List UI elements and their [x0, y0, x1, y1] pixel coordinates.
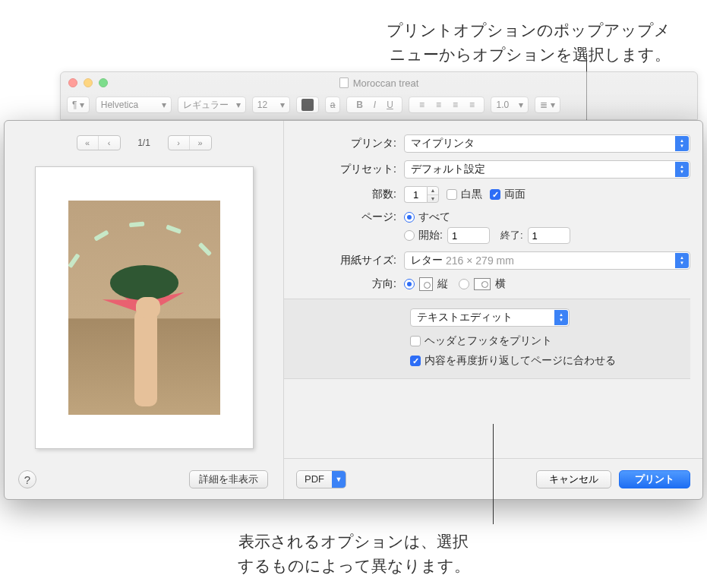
orientation-landscape-radio[interactable]: 横: [459, 277, 506, 291]
copies-label: 部数:: [284, 188, 404, 201]
callout-bottom: 表示されるオプションは、選択 するものによって異なります。: [0, 530, 707, 577]
minimize-window-icon[interactable]: [84, 78, 93, 87]
pages-range-radio[interactable]: 開始:: [404, 229, 443, 242]
preview-pane: « ‹ 1/1 › »: [5, 121, 284, 499]
app-options-panel: テキストエディット ヘッダとフッタをプリント 内容を再度折り返してページに合わせ…: [284, 299, 690, 379]
preview-nav: « ‹ 1/1 › »: [5, 131, 283, 154]
callout-top: プリントオプションのポップアップメ ニューからオプションを選択します。: [0, 18, 671, 66]
duplex-checkbox[interactable]: 両面: [490, 188, 526, 201]
zoom-window-icon[interactable]: [99, 78, 108, 87]
print-sheet: « ‹ 1/1 › »: [4, 120, 703, 500]
chevron-updown-icon: [554, 310, 568, 325]
presets-select[interactable]: デフォルト設定: [404, 160, 690, 179]
printer-label: プリンタ:: [284, 137, 404, 150]
orientation-portrait-radio[interactable]: 縦: [404, 277, 448, 291]
format-toolbar: ¶ ▾ Helvetica ▾ レギュラー ▾ 12 ▾ a BIU ≡≡≡≡ …: [61, 93, 697, 116]
callout-line-bottom: [493, 424, 494, 524]
titlebar: Moroccan treat: [61, 72, 697, 93]
stepper-up-icon[interactable]: ▲: [428, 187, 438, 195]
print-button[interactable]: プリント: [619, 470, 690, 488]
prev-page-icon[interactable]: ‹: [99, 135, 120, 150]
page-preview: [35, 166, 254, 449]
header-footer-checkbox[interactable]: ヘッダとフッタをプリント: [410, 334, 552, 348]
presets-label: プリセット:: [284, 163, 404, 176]
stepper-down-icon[interactable]: ▼: [428, 195, 438, 203]
landscape-icon: [474, 278, 491, 290]
prev-page-group[interactable]: « ‹: [77, 135, 121, 150]
copies-stepper[interactable]: ▲▼: [404, 186, 439, 203]
pages-to-label: 終了:: [500, 229, 523, 242]
chevron-down-icon: ▼: [332, 471, 346, 488]
page-indicator: 1/1: [131, 138, 157, 148]
paper-size-select[interactable]: レター 216 × 279 mm: [404, 251, 690, 270]
chevron-updown-icon: [675, 253, 689, 268]
next-page-icon[interactable]: ›: [169, 135, 190, 150]
document-icon: [339, 77, 349, 88]
rewrap-checkbox[interactable]: 内容を再度折り返してページに合わせる: [410, 354, 616, 368]
copies-input[interactable]: [404, 186, 427, 203]
pages-label: ページ:: [284, 210, 404, 224]
preview-image: [68, 201, 220, 415]
pages-to-input[interactable]: [528, 227, 570, 244]
paper-size-label: 用紙サイズ:: [284, 254, 404, 267]
cancel-button[interactable]: キャンセル: [536, 470, 611, 488]
chevron-updown-icon: [675, 162, 689, 177]
orientation-label: 方向:: [284, 277, 404, 291]
first-page-icon[interactable]: «: [77, 135, 99, 150]
hide-details-button[interactable]: 詳細を非表示: [189, 470, 268, 488]
pages-from-input[interactable]: [447, 227, 490, 244]
app-window: Moroccan treat ¶ ▾ Helvetica ▾ レギュラー ▾ 1…: [60, 71, 698, 120]
next-page-group[interactable]: › »: [168, 135, 212, 150]
last-page-icon[interactable]: »: [190, 135, 211, 150]
pdf-menu-button[interactable]: PDF ▼: [296, 470, 346, 488]
bw-checkbox[interactable]: 白黒: [447, 188, 482, 201]
print-options-popup[interactable]: テキストエディット: [410, 308, 570, 327]
help-button[interactable]: ?: [18, 470, 36, 488]
window-title: Moroccan treat: [61, 77, 697, 89]
portrait-icon: [419, 277, 433, 291]
printer-select[interactable]: マイプリンタ: [404, 134, 690, 153]
pages-all-radio[interactable]: すべて: [404, 210, 450, 224]
chevron-updown-icon: [675, 136, 689, 151]
close-window-icon[interactable]: [68, 78, 77, 87]
